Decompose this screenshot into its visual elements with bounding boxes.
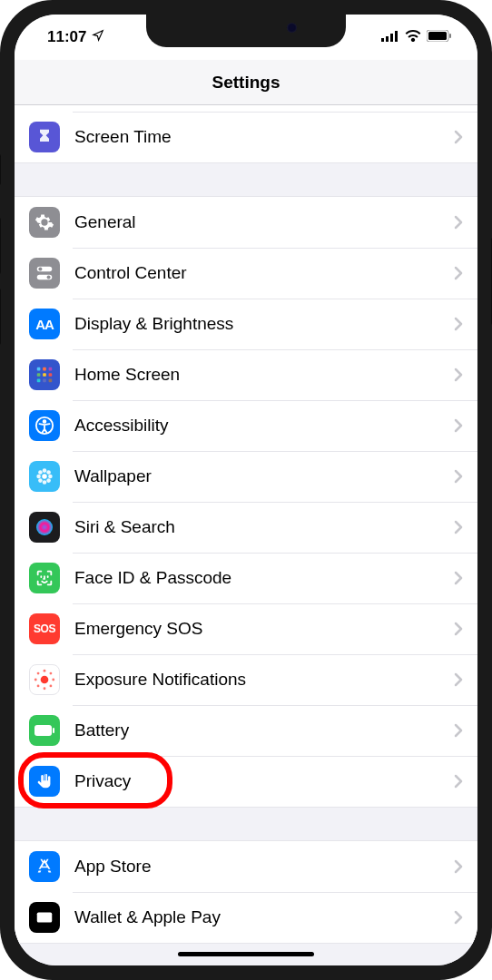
chevron-right-icon bbox=[454, 210, 463, 235]
svg-point-35 bbox=[34, 679, 37, 681]
svg-rect-42 bbox=[53, 728, 54, 733]
settings-row-general[interactable]: General bbox=[15, 197, 477, 248]
svg-rect-14 bbox=[37, 373, 41, 377]
settings-row-privacy[interactable]: Privacy bbox=[15, 756, 477, 807]
settings-row-screentime[interactable]: Screen Time bbox=[15, 112, 477, 162]
settings-row-appstore[interactable]: App Store bbox=[15, 841, 477, 892]
svg-rect-12 bbox=[43, 368, 46, 371]
home-indicator[interactable] bbox=[178, 952, 314, 956]
chevron-right-icon bbox=[454, 464, 463, 489]
svg-rect-17 bbox=[37, 379, 41, 383]
row-label: General bbox=[74, 212, 454, 232]
row-label: Battery bbox=[74, 720, 454, 740]
svg-rect-15 bbox=[43, 373, 46, 377]
notch bbox=[146, 15, 346, 47]
sos-icon: SOS bbox=[29, 613, 60, 644]
svg-rect-13 bbox=[49, 368, 53, 371]
settings-row-sos[interactable]: SOSEmergency SOS bbox=[15, 603, 477, 654]
gear-icon bbox=[29, 207, 60, 238]
settings-content[interactable]: Do Not DisturbScreen TimeGeneralControl … bbox=[15, 105, 477, 965]
settings-row-display[interactable]: AADisplay & Brightness bbox=[15, 299, 477, 349]
hourglass-icon bbox=[29, 122, 60, 152]
svg-rect-41 bbox=[34, 725, 52, 736]
wifi-icon bbox=[405, 28, 421, 46]
chevron-right-icon bbox=[454, 854, 463, 879]
accessibility-icon bbox=[29, 410, 60, 441]
row-label: Privacy bbox=[74, 771, 454, 791]
chevron-right-icon bbox=[454, 905, 463, 930]
text-size-icon: AA bbox=[29, 309, 60, 339]
settings-group: App StoreWallet & Apple Pay bbox=[15, 840, 477, 944]
chevron-right-icon bbox=[454, 616, 463, 642]
hand-icon bbox=[29, 766, 60, 797]
settings-row-dnd[interactable]: Do Not Disturb bbox=[15, 105, 477, 112]
flower-icon bbox=[29, 461, 60, 492]
row-label: Screen Time bbox=[74, 127, 454, 147]
status-left: 11:07 bbox=[47, 28, 104, 46]
svg-point-33 bbox=[44, 670, 46, 672]
chevron-right-icon bbox=[454, 311, 463, 337]
faceid-icon bbox=[29, 563, 60, 593]
chevron-right-icon bbox=[454, 718, 463, 743]
row-label: Home Screen bbox=[74, 365, 454, 385]
nav-bar: Settings bbox=[15, 60, 477, 105]
wallet-icon bbox=[29, 902, 60, 933]
chevron-right-icon bbox=[454, 413, 463, 438]
settings-row-battery[interactable]: Battery bbox=[15, 705, 477, 756]
svg-point-26 bbox=[48, 475, 53, 479]
svg-rect-5 bbox=[428, 32, 447, 40]
svg-point-27 bbox=[38, 470, 43, 475]
chevron-right-icon bbox=[454, 565, 463, 591]
location-arrow-icon bbox=[92, 28, 104, 46]
svg-rect-11 bbox=[37, 368, 41, 371]
svg-point-40 bbox=[50, 685, 53, 688]
row-label: Control Center bbox=[74, 263, 454, 283]
svg-point-21 bbox=[44, 420, 46, 423]
phone-frame: 11:07 Settings Do Not Disturb bbox=[0, 0, 492, 980]
row-label: Wallpaper bbox=[74, 466, 454, 486]
status-right bbox=[381, 28, 452, 46]
svg-point-22 bbox=[42, 474, 47, 479]
svg-rect-16 bbox=[49, 373, 53, 377]
settings-row-controlcenter[interactable]: Control Center bbox=[15, 248, 477, 299]
svg-point-25 bbox=[36, 475, 41, 479]
silence-switch bbox=[0, 154, 1, 185]
settings-row-wallpaper[interactable]: Wallpaper bbox=[15, 451, 477, 502]
battery-icon bbox=[427, 28, 452, 46]
svg-point-38 bbox=[50, 672, 53, 675]
cellular-icon bbox=[381, 28, 399, 46]
settings-group: Do Not DisturbScreen Time bbox=[15, 105, 477, 163]
row-label: Siri & Search bbox=[74, 517, 454, 537]
svg-point-34 bbox=[44, 687, 46, 690]
svg-point-23 bbox=[43, 468, 47, 473]
svg-point-36 bbox=[52, 679, 54, 681]
settings-group: GeneralControl CenterAADisplay & Brightn… bbox=[15, 196, 477, 808]
settings-row-faceid[interactable]: Face ID & Passcode bbox=[15, 553, 477, 603]
settings-row-wallet[interactable]: Wallet & Apple Pay bbox=[15, 892, 477, 943]
svg-point-8 bbox=[38, 267, 42, 270]
exposure-icon bbox=[29, 664, 60, 695]
chevron-right-icon bbox=[454, 362, 463, 387]
svg-rect-19 bbox=[49, 379, 53, 383]
svg-rect-1 bbox=[386, 36, 389, 42]
svg-point-10 bbox=[47, 276, 51, 279]
chevron-right-icon bbox=[454, 124, 463, 150]
appstore-icon bbox=[29, 851, 60, 882]
chevron-right-icon bbox=[454, 667, 463, 692]
chevron-right-icon bbox=[454, 769, 463, 794]
chevron-right-icon bbox=[454, 260, 463, 286]
app-grid-icon bbox=[29, 359, 60, 390]
settings-row-siri[interactable]: Siri & Search bbox=[15, 502, 477, 553]
svg-rect-43 bbox=[37, 913, 53, 923]
settings-row-homescreen[interactable]: Home Screen bbox=[15, 349, 477, 400]
row-label: Face ID & Passcode bbox=[74, 568, 454, 588]
svg-point-39 bbox=[37, 685, 40, 688]
svg-point-28 bbox=[46, 470, 51, 475]
settings-row-exposure[interactable]: Exposure Notifications bbox=[15, 654, 477, 705]
row-label: Emergency SOS bbox=[74, 619, 454, 639]
svg-point-30 bbox=[46, 478, 51, 483]
nav-title: Settings bbox=[212, 73, 280, 93]
svg-point-24 bbox=[43, 480, 47, 485]
settings-row-accessibility[interactable]: Accessibility bbox=[15, 400, 477, 451]
svg-rect-3 bbox=[395, 31, 398, 42]
